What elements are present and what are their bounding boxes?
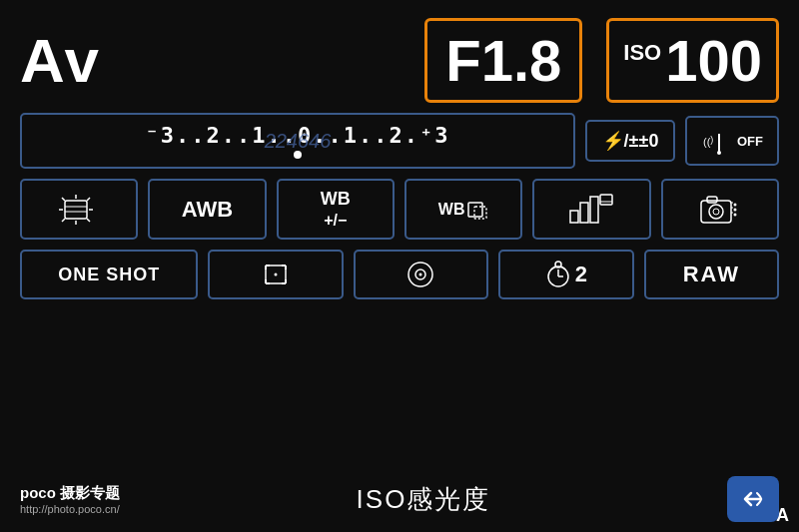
metering-icon [57,193,101,227]
flash-compensation-box[interactable]: ⚡/± ±0 [585,120,675,162]
poco-brand: poco 摄影专题 [20,484,120,503]
focus-mode-box[interactable]: ONE SHOT [20,250,198,299]
camera-icon [697,193,743,227]
iso-value: 100 [665,27,762,94]
exposure-row: ⁻3..2..1..0..1..2.⁺3 224646 ⚡/± ±0 (() O… [20,113,779,169]
metering2-icon [400,260,440,289]
exposure-scale-box[interactable]: ⁻3..2..1..0..1..2.⁺3 224646 [20,113,575,169]
timer-icon [545,260,571,289]
timer-box[interactable]: 2 [498,250,633,299]
wifi-label: OFF [737,134,763,149]
iso-label: ISO [623,40,661,66]
back-arrow-icon [739,487,767,511]
wb-bracket-box[interactable]: WB [404,179,522,240]
metering2-box[interactable] [354,250,488,299]
wb-adj-line1: WB [321,189,351,210]
flash-icon: ⚡/± [602,130,639,152]
timer-number: 2 [575,262,587,287]
raw-label: RAW [683,262,740,287]
svg-line-10 [62,198,65,201]
bracket-icon [466,199,488,221]
exposure-indicator [294,151,302,159]
svg-rect-17 [580,203,588,223]
camera-mode-box[interactable] [661,179,779,240]
svg-line-13 [62,219,65,222]
focus-point-box[interactable] [208,250,343,299]
focus-mode-label: ONE SHOT [58,265,160,285]
wifi-box[interactable]: (() OFF [685,116,779,166]
image-quality-box[interactable] [532,179,650,240]
exp-neg: ⁻3..2..1..0..1..2. [146,123,419,148]
exp-pos: ⁺3 [419,123,450,148]
exposure-scale: ⁻3..2..1..0..1..2.⁺3 [146,123,450,148]
awb-box[interactable]: AWB [148,179,266,240]
wb-bracket-icon: WB [438,199,489,221]
flash-value: ±0 [639,131,659,152]
svg-point-27 [733,213,736,216]
awb-label: AWB [182,197,233,223]
settings-row: A AWB WB +/− WB [20,179,779,240]
svg-point-2 [717,151,721,155]
wb-adj-box[interactable]: WB +/− [277,179,395,240]
metering-box[interactable]: A [20,179,138,240]
svg-point-26 [733,208,736,211]
svg-rect-14 [468,203,482,217]
svg-line-11 [87,219,90,222]
svg-point-43 [419,273,422,276]
back-button[interactable] [727,476,779,522]
bottom-settings-row: ONE SHOT [20,250,779,299]
iso-description: ISO感光度 [357,482,491,517]
aperture-value[interactable]: F1.8 [424,18,582,103]
svg-rect-18 [590,197,598,223]
svg-point-40 [275,273,278,276]
focus-point-icon [256,260,296,289]
camera-display: Av F1.8 ISO 100 ⁻3..2..1..0..1..2.⁺3 224… [0,0,799,532]
svg-point-22 [709,205,723,219]
svg-line-12 [87,198,90,201]
svg-rect-16 [570,211,578,223]
shooting-mode: Av [20,25,140,96]
svg-point-25 [733,203,736,206]
image-quality-icon [568,193,614,227]
wifi-icon: (() [701,126,737,156]
svg-text:((): (() [703,135,713,148]
svg-point-23 [713,209,719,215]
timer-icon-group: 2 [545,260,587,289]
wb-adj-line2: +/− [324,212,347,230]
svg-rect-19 [600,195,612,205]
svg-rect-3 [65,201,87,219]
poco-url: http://photo.poco.cn/ [20,503,120,515]
svg-rect-24 [707,197,717,203]
poco-logo: poco 摄影专题 http://photo.poco.cn/ [20,484,120,515]
exposure-settings: F1.8 ISO 100 [424,18,779,103]
top-row: Av F1.8 ISO 100 [20,18,779,103]
bottom-bar: poco 摄影专题 http://photo.poco.cn/ ISO感光度 [0,476,799,522]
raw-box[interactable]: RAW [644,250,779,299]
iso-box[interactable]: ISO 100 [606,18,779,103]
